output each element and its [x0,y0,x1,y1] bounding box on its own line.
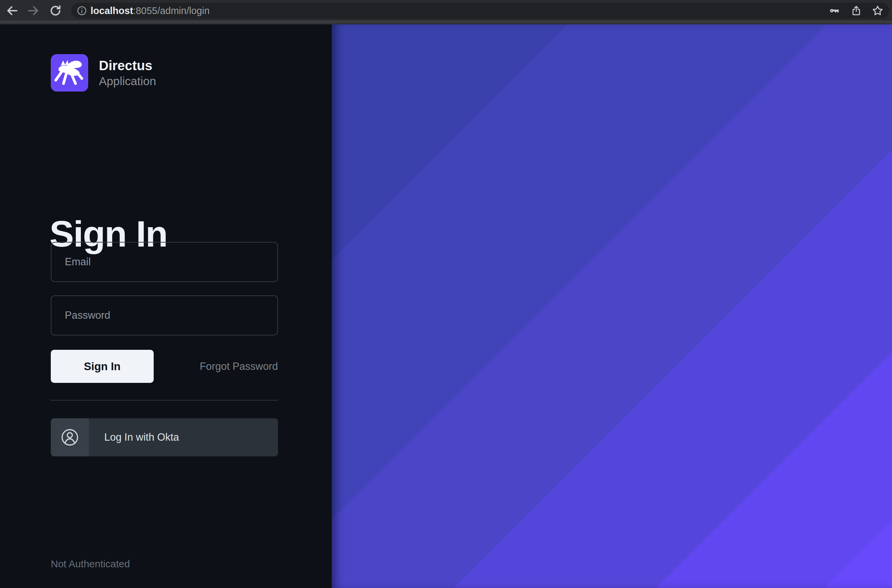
okta-login-label: Log In with Okta [104,431,179,443]
forward-arrow-icon [26,4,40,18]
account-circle-icon [60,428,79,447]
bookmark-star-icon[interactable] [871,4,884,17]
reload-button[interactable] [47,2,64,20]
toolbar-bottom-edge [0,21,892,24]
back-button[interactable] [3,2,21,20]
back-arrow-icon [5,4,19,18]
url-host: localhost [90,5,133,16]
brand-title: Directus [99,57,156,74]
rabbit-icon [51,54,88,92]
divider [51,400,278,400]
url-path: :8055/admin/login [133,5,210,16]
brand-header: Directus Application [51,54,156,92]
email-field[interactable] [51,242,278,282]
password-field[interactable] [51,296,278,335]
forgot-password-link[interactable]: Forgot Password [51,350,278,383]
auth-panel: Directus Application Sign In Sign In For… [0,24,332,588]
okta-login-button[interactable]: Log In with Okta [51,418,278,456]
status-text: Not Authenticated [51,558,130,570]
url-text[interactable]: localhost:8055/admin/login [90,3,210,19]
address-bar[interactable]: localhost:8055/admin/login [71,3,889,19]
sso-icon-box [51,418,89,456]
password-key-icon[interactable] [828,4,841,17]
reload-icon [49,4,62,17]
directus-logo [51,54,88,92]
login-page: Directus Application Sign In Sign In For… [0,24,892,588]
decorative-art-panel [332,24,892,588]
brand-subtitle: Application [99,74,156,88]
browser-toolbar: localhost:8055/admin/login [0,0,892,24]
site-info-icon[interactable] [76,4,88,17]
brand-text: Directus Application [99,57,156,88]
forward-button[interactable] [25,2,42,20]
forgot-password-label: Forgot Password [200,360,278,372]
share-icon[interactable] [850,4,863,17]
